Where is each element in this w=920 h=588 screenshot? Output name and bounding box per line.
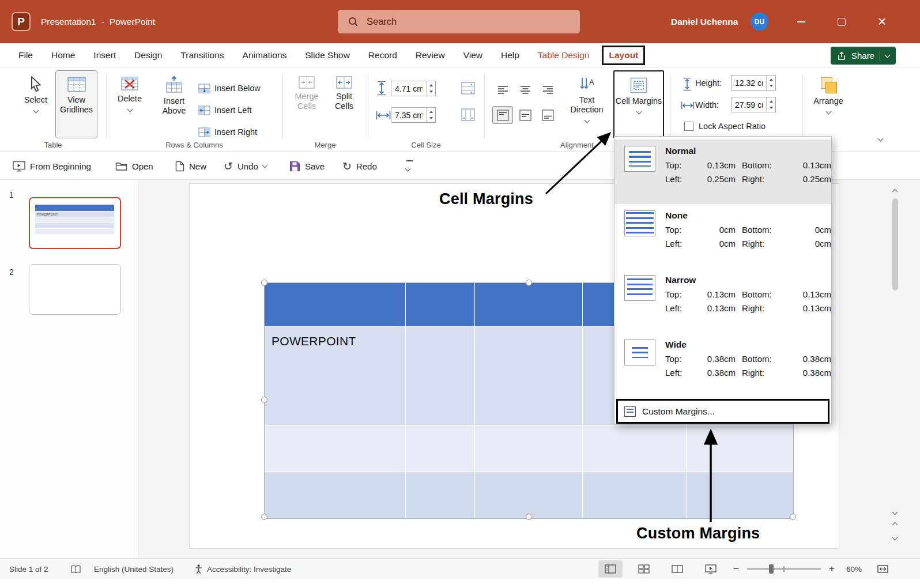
- maximize-button[interactable]: [828, 0, 855, 43]
- spin-up-icon[interactable]: [767, 97, 775, 105]
- tab-view[interactable]: View: [454, 43, 492, 68]
- spin-down-icon[interactable]: [427, 89, 435, 96]
- open-button[interactable]: Open: [115, 152, 153, 180]
- close-button[interactable]: ×: [869, 0, 895, 43]
- spin-down-icon[interactable]: [767, 105, 775, 112]
- save-button[interactable]: Save: [289, 152, 325, 180]
- spin-up-icon[interactable]: [427, 108, 435, 115]
- tab-design[interactable]: Design: [125, 43, 171, 68]
- menu-item-normal[interactable]: Normal Top:0.13cm Bottom:0.13cm Left:0.2…: [614, 140, 831, 204]
- scrollbar-thumb[interactable]: [892, 198, 898, 291]
- table-cell[interactable]: [583, 472, 687, 518]
- language-button[interactable]: English (United States): [94, 559, 174, 579]
- tab-review[interactable]: Review: [406, 43, 454, 68]
- fit-slide-button[interactable]: [877, 559, 888, 579]
- slide-1-thumbnail[interactable]: POWERPOINT: [29, 197, 121, 249]
- distribute-rows-button[interactable]: [461, 81, 475, 96]
- spin-up-icon[interactable]: [767, 76, 775, 83]
- tab-slide-show[interactable]: Slide Show: [296, 43, 359, 68]
- zoom-slider-thumb[interactable]: [769, 564, 774, 574]
- resize-handle-top-middle[interactable]: [526, 280, 532, 286]
- menu-item-narrow[interactable]: Narrow Top:0.13cm Bottom:0.13cm Left:0.1…: [614, 269, 831, 333]
- redo-button[interactable]: ↻ Redo: [342, 152, 377, 180]
- user-name[interactable]: Daniel Uchenna: [671, 0, 738, 43]
- table-cell[interactable]: [687, 425, 793, 472]
- new-button[interactable]: New: [175, 152, 206, 180]
- insert-right-button[interactable]: Insert Right: [198, 125, 257, 140]
- lock-aspect-ratio-checkbox[interactable]: [684, 122, 693, 131]
- resize-handle-middle-left[interactable]: [261, 397, 267, 403]
- table-row[interactable]: [265, 425, 793, 472]
- table-width-spinner[interactable]: [766, 97, 775, 112]
- zoom-level[interactable]: 60%: [846, 559, 862, 579]
- tab-file[interactable]: File: [9, 43, 42, 68]
- insert-left-button[interactable]: Insert Left: [198, 103, 251, 118]
- table-cell[interactable]: [406, 327, 475, 425]
- collapse-ribbon-button[interactable]: [878, 133, 883, 143]
- table-height-spinner[interactable]: [766, 76, 775, 90]
- delete-button[interactable]: Delete: [113, 70, 146, 138]
- powerpoint-logo-icon[interactable]: P: [12, 12, 31, 31]
- tab-animations[interactable]: Animations: [233, 43, 296, 68]
- table-cell[interactable]: [687, 472, 793, 518]
- table-cell[interactable]: [406, 283, 475, 326]
- next-slide-button[interactable]: [893, 532, 897, 542]
- align-left-button[interactable]: [492, 81, 513, 99]
- table-cell[interactable]: [265, 472, 406, 518]
- tab-insert[interactable]: Insert: [84, 43, 125, 68]
- share-button[interactable]: Share: [831, 47, 896, 65]
- slide-indicator[interactable]: Slide 1 of 2: [9, 559, 48, 579]
- insert-below-button[interactable]: Insert Below: [198, 81, 261, 96]
- table-cell[interactable]: [406, 425, 475, 472]
- text-direction-button[interactable]: A Text Direction: [567, 70, 606, 138]
- table-cell[interactable]: [475, 283, 583, 326]
- slide-sorter-view-button[interactable]: [632, 560, 656, 578]
- resize-handle-bottom-right[interactable]: [790, 514, 796, 520]
- cell-height-input[interactable]: [391, 81, 426, 96]
- table-cell[interactable]: POWERPOINT: [265, 327, 406, 425]
- table-width-input[interactable]: [732, 97, 766, 112]
- slideshow-view-button[interactable]: [699, 560, 723, 578]
- tab-help[interactable]: Help: [492, 43, 529, 68]
- undo-button[interactable]: ↺ Undo: [224, 152, 267, 180]
- from-beginning-button[interactable]: From Beginning: [13, 152, 91, 180]
- scroll-up-button[interactable]: [893, 186, 897, 196]
- cell-width-input[interactable]: [391, 108, 426, 122]
- customize-toolbar-button[interactable]: [406, 160, 413, 173]
- menu-item-none[interactable]: None Top:0cm Bottom:0cm Left:0cm Right:0…: [614, 204, 831, 269]
- align-center-button[interactable]: [515, 81, 536, 99]
- table-cell[interactable]: [265, 283, 406, 326]
- menu-item-wide[interactable]: Wide Top:0.38cm Bottom:0.38cm Left:0.38c…: [614, 333, 831, 398]
- insert-above-button[interactable]: Insert Above: [154, 70, 194, 138]
- reading-view-button[interactable]: [665, 560, 689, 578]
- vertical-scrollbar[interactable]: [891, 183, 900, 549]
- slide-2-thumbnail[interactable]: [29, 264, 121, 315]
- table-row[interactable]: [265, 472, 793, 518]
- split-cells-button[interactable]: Split Cells: [327, 70, 361, 138]
- align-bottom-button[interactable]: [537, 106, 558, 124]
- tab-record[interactable]: Record: [359, 43, 406, 68]
- arrange-button[interactable]: Arrange: [807, 70, 850, 138]
- table-cell[interactable]: [475, 425, 583, 472]
- scroll-down-button[interactable]: [893, 506, 897, 517]
- resize-handle-bottom-middle[interactable]: [526, 514, 532, 520]
- tab-home[interactable]: Home: [42, 43, 84, 68]
- previous-slide-button[interactable]: [893, 519, 897, 529]
- accessibility-button[interactable]: Accessibility: Investigate: [194, 559, 291, 579]
- align-middle-button[interactable]: [515, 106, 536, 124]
- align-top-button[interactable]: [492, 106, 513, 124]
- table-height-input[interactable]: [732, 76, 766, 90]
- cell-width-spinner[interactable]: [426, 108, 435, 122]
- minimize-button[interactable]: [788, 0, 815, 43]
- spell-check-button[interactable]: [70, 559, 81, 579]
- distribute-columns-button[interactable]: [461, 107, 475, 122]
- resize-handle-bottom-left[interactable]: [261, 514, 267, 520]
- cell-height-spinner[interactable]: [426, 81, 435, 96]
- resize-handle-top-left[interactable]: [261, 280, 267, 286]
- cell-margins-button[interactable]: Cell Margins: [613, 70, 664, 138]
- table-cell[interactable]: [475, 327, 583, 425]
- table-cell[interactable]: [406, 472, 475, 518]
- search-box[interactable]: Search: [338, 10, 580, 33]
- select-button[interactable]: Select: [20, 70, 52, 138]
- spin-down-icon[interactable]: [427, 115, 435, 123]
